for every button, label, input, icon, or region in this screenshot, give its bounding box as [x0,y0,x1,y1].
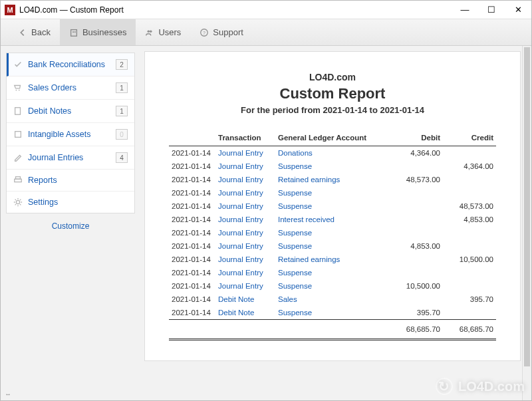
svg-point-3 [148,30,150,33]
cell-debit [390,266,443,279]
table-row: 2021-01-14Journal EntrySuspense4,364.00 [169,160,496,173]
cell-credit: 395.70 [443,293,496,306]
sidebar-item-reports[interactable]: Reports [7,170,134,192]
cell-account[interactable]: Suspense [275,200,390,213]
cell-debit: 4,853.00 [390,239,443,253]
svg-point-7 [16,90,17,91]
cell-transaction[interactable]: Journal Entry [215,266,275,279]
close-button[interactable]: ✕ [505,1,531,19]
sidebar: Bank Reconciliations 2 Sales Orders 1 De… [1,46,140,400]
table-row: 2021-01-14Debit NoteSuspense395.70 [169,306,496,320]
cell-transaction[interactable]: Journal Entry [215,173,275,186]
cell-transaction[interactable]: Journal Entry [215,253,275,266]
cell-account[interactable]: Suspense [275,266,390,279]
scrollbar-thumb[interactable] [524,47,530,366]
table-row: 2021-01-14Journal EntryInterest received… [169,213,496,226]
cell-transaction[interactable]: Journal Entry [215,200,275,213]
cell-date: 2021-01-14 [169,253,215,266]
svg-rect-1 [72,31,74,33]
cell-account[interactable]: Retained earnings [275,173,390,186]
cell-transaction[interactable]: Journal Entry [215,160,275,173]
total-debit: 68,685.70 [390,320,443,340]
cell-date: 2021-01-14 [169,173,215,186]
back-button[interactable]: Back [9,19,60,45]
tab-support-label: Support [213,27,243,37]
cell-transaction[interactable]: Debit Note [215,293,275,306]
sidebar-badge: 4 [116,152,128,163]
table-row: 2021-01-14Journal EntrySuspense [169,226,496,239]
cell-account[interactable]: Retained earnings [275,253,390,266]
app-icon: M [5,5,15,15]
chevron-left-icon [18,28,27,37]
cell-date: 2021-01-14 [169,279,215,293]
svg-rect-12 [15,179,22,182]
cell-transaction[interactable]: Debit Note [215,306,275,320]
cell-account[interactable]: Suspense [275,160,390,173]
sidebar-item-label: Bank Reconciliations [28,60,105,69]
svg-rect-10 [15,132,21,138]
table-row: 2021-01-14Journal EntrySuspense48,573.00 [169,200,496,213]
col-debit: Debit [390,130,443,146]
tab-businesses[interactable]: Businesses [60,19,136,45]
col-transaction: Transaction [215,130,275,146]
cell-debit [390,186,443,200]
cell-account[interactable]: Interest received [275,213,390,226]
cell-debit: 10,500.00 [390,279,443,293]
cell-transaction[interactable]: Journal Entry [215,186,275,200]
main-content: LO4D.com Custom Report For the period fr… [140,46,531,400]
minimize-button[interactable]: — [452,1,478,19]
cell-credit [443,239,496,253]
cell-date: 2021-01-14 [169,160,215,173]
svg-point-8 [19,90,20,91]
sidebar-item-debit-notes[interactable]: Debit Notes 1 [7,100,134,123]
table-row: 2021-01-14Journal EntryRetained earnings… [169,173,496,186]
total-credit: 68,685.70 [443,320,496,340]
tab-support[interactable]: ? Support [190,19,253,45]
cell-account[interactable]: Sales [275,293,390,306]
table-row: 2021-01-14Journal EntrySuspense [169,186,496,200]
table-row: 2021-01-14Journal EntrySuspense [169,266,496,279]
svg-rect-2 [74,31,76,33]
users-icon [145,28,154,37]
cell-transaction[interactable]: Journal Entry [215,146,275,160]
scrollbar-track[interactable] [522,46,531,400]
cell-account[interactable]: Donations [275,146,390,160]
col-account: General Ledger Account [275,130,390,146]
cell-account[interactable]: Suspense [275,279,390,293]
cell-transaction[interactable]: Journal Entry [215,213,275,226]
customize-link[interactable]: Customize [6,213,135,239]
cell-transaction[interactable]: Journal Entry [215,279,275,293]
cell-credit: 4,364.00 [443,160,496,173]
cell-date: 2021-01-14 [169,306,215,320]
cell-credit [443,186,496,200]
cell-date: 2021-01-14 [169,200,215,213]
cell-transaction[interactable]: Journal Entry [215,239,275,253]
printer-icon [13,176,23,185]
report-card: LO4D.com Custom Report For the period fr… [144,51,521,361]
sidebar-item-settings[interactable]: Settings [7,192,134,213]
maximize-button[interactable]: ☐ [478,1,505,19]
report-table: Transaction General Ledger Account Debit… [169,130,496,340]
svg-text:?: ? [203,30,205,35]
cell-account[interactable]: Suspense [275,306,390,320]
sidebar-item-label: Sales Orders [28,83,76,92]
sidebar-item-intangible-assets[interactable]: Intangible Assets 0 [7,123,134,146]
tab-users[interactable]: Users [136,19,190,45]
cell-credit [443,279,496,293]
sidebar-item-label: Journal Entries [28,153,83,162]
cell-account[interactable]: Suspense [275,226,390,239]
svg-rect-9 [15,108,21,115]
svg-point-4 [150,30,152,33]
cell-account[interactable]: Suspense [275,239,390,253]
cart-icon [13,83,23,92]
cell-credit [443,226,496,239]
cell-account[interactable]: Suspense [275,186,390,200]
sidebar-item-journal-entries[interactable]: Journal Entries 4 [7,146,134,170]
report-period: For the period from 2021-01-14 to 2021-0… [169,105,496,115]
cell-debit [390,200,443,213]
sidebar-item-bank-reconciliations[interactable]: Bank Reconciliations 2 [7,53,134,76]
sidebar-item-sales-orders[interactable]: Sales Orders 1 [7,76,134,100]
cell-transaction[interactable]: Journal Entry [215,226,275,239]
window-title: LO4D.com — Custom Report [19,5,124,15]
svg-point-13 [16,200,19,203]
